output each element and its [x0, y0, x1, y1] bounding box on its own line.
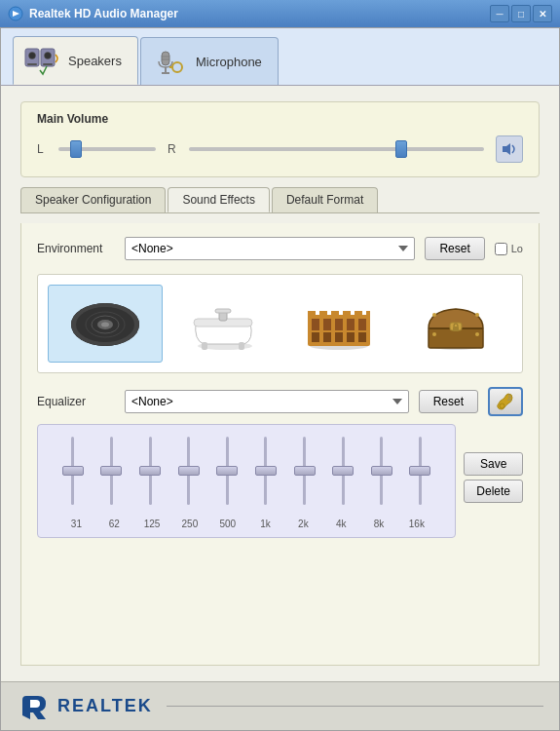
main-window: Speakers	[0, 27, 560, 731]
eq-slider-4k-track[interactable]	[342, 437, 345, 505]
svg-point-13	[172, 62, 182, 72]
maximize-button[interactable]: □	[511, 5, 531, 22]
freq-label-125: 125	[134, 519, 169, 529]
svg-point-55	[432, 313, 436, 317]
env-image-bathtub[interactable]	[167, 285, 280, 363]
tab-microphone[interactable]: Microphone	[140, 37, 279, 85]
tab-default-format[interactable]: Default Format	[272, 187, 378, 212]
left-volume-thumb[interactable]	[70, 140, 82, 158]
svg-rect-7	[43, 63, 53, 65]
svg-rect-40	[347, 332, 355, 342]
svg-rect-37	[312, 332, 319, 342]
eq-slider-2k-track[interactable]	[303, 437, 306, 505]
eq-slider-125-thumb[interactable]	[139, 466, 161, 476]
content-area: Main Volume L R	[1, 86, 559, 681]
freq-label-1k: 1k	[248, 519, 283, 529]
tab-speakers-label: Speakers	[68, 54, 122, 68]
eq-slider-500-thumb[interactable]	[216, 466, 238, 476]
eq-slider-8k-track[interactable]	[380, 437, 383, 505]
title-text: Realtek HD Audio Manager	[29, 7, 178, 20]
eq-delete-button[interactable]: Delete	[464, 480, 523, 503]
svg-marker-15	[503, 143, 510, 155]
right-volume-slider[interactable]	[189, 147, 484, 151]
eq-slider-1k-thumb[interactable]	[255, 466, 277, 476]
eq-slider-62-thumb[interactable]	[100, 466, 122, 476]
eq-slider-250-track[interactable]	[187, 437, 190, 505]
eq-slider-4k-thumb[interactable]	[332, 466, 354, 476]
eq-sliders-area: 31 62 125 250 500 1k 2k 4k 8k 16k	[37, 424, 456, 538]
eq-band-4k	[325, 437, 360, 515]
volume-slider-row: L R	[37, 135, 523, 163]
eq-slider-8k-thumb[interactable]	[371, 466, 392, 476]
svg-rect-36	[358, 319, 366, 330]
environment-select[interactable]: <None> Room Bathroom Concert Hall Cave A…	[125, 237, 415, 260]
realtek-text: REALTEK	[57, 696, 153, 716]
env-image-colosseum[interactable]	[283, 285, 396, 363]
svg-rect-38	[323, 332, 331, 342]
svg-point-53	[432, 332, 436, 336]
svg-rect-28	[202, 342, 207, 350]
close-button[interactable]: ✕	[533, 5, 552, 22]
svg-rect-45	[343, 311, 351, 317]
svg-rect-33	[323, 319, 331, 330]
lock-checkbox-area: Lo	[495, 243, 523, 255]
eq-slider-500-track[interactable]	[226, 437, 229, 505]
equalizer-label: Equalizer	[37, 395, 115, 408]
eq-action-buttons: Save Delete	[464, 452, 523, 511]
svg-rect-29	[239, 342, 244, 350]
eq-slider-16k-thumb[interactable]	[409, 466, 430, 476]
eq-slider-62-track[interactable]	[110, 437, 113, 505]
equalizer-select[interactable]: <None> Pop Rock Jazz Classical	[125, 390, 409, 413]
tab-sound-effects[interactable]: Sound Effects	[168, 187, 270, 212]
svg-rect-52	[453, 327, 459, 331]
svg-rect-46	[355, 311, 362, 317]
eq-slider-1k-track[interactable]	[264, 437, 267, 505]
eq-band-1k	[248, 437, 283, 515]
sub-tabs: Speaker Configuration Sound Effects Defa…	[20, 187, 540, 213]
env-image-chest[interactable]	[399, 285, 512, 363]
eq-slider-2k-thumb[interactable]	[294, 466, 316, 476]
minimize-button[interactable]: ─	[490, 5, 509, 22]
left-channel-label: L	[37, 142, 47, 156]
equalizer-reset-button[interactable]: Reset	[419, 390, 478, 413]
svg-rect-39	[335, 332, 343, 342]
svg-rect-34	[335, 319, 343, 330]
svg-rect-41	[358, 332, 366, 342]
eq-sliders-main: 31 62 125 250 500 1k 2k 4k 8k 16k	[37, 424, 456, 538]
bottom-bar: REALTEK	[1, 681, 559, 730]
eq-slider-250-thumb[interactable]	[178, 466, 200, 476]
freq-label-4k: 4k	[323, 519, 358, 529]
environment-images	[37, 274, 523, 373]
environment-reset-button[interactable]: Reset	[425, 237, 484, 260]
lock-label: Lo	[511, 243, 523, 254]
freq-label-8k: 8k	[361, 519, 396, 529]
right-channel-label: R	[168, 142, 177, 156]
svg-point-3	[29, 53, 36, 59]
freq-label-500: 500	[210, 519, 245, 529]
tab-microphone-label: Microphone	[196, 55, 262, 69]
svg-rect-27	[215, 309, 231, 313]
equalizer-header: Equalizer <None> Pop Rock Jazz Classical…	[37, 387, 523, 416]
eq-slider-16k-track[interactable]	[419, 437, 422, 505]
eq-slider-31-thumb[interactable]	[62, 466, 84, 476]
right-volume-thumb[interactable]	[395, 140, 407, 158]
svg-point-56	[475, 313, 479, 317]
eq-band-2k	[287, 437, 322, 515]
tab-speakers[interactable]: Speakers	[13, 36, 138, 85]
eq-slider-31-track[interactable]	[71, 437, 74, 505]
lock-checkbox[interactable]	[495, 243, 507, 255]
eq-slider-125-track[interactable]	[149, 437, 152, 505]
env-image-disc[interactable]	[48, 285, 163, 363]
svg-rect-47	[366, 311, 370, 317]
guitar-button[interactable]	[488, 387, 523, 416]
eq-band-62	[93, 437, 129, 515]
svg-point-54	[475, 332, 479, 336]
title-bar: Realtek HD Audio Manager ─ □ ✕	[0, 0, 560, 27]
left-volume-slider[interactable]	[58, 147, 156, 151]
svg-rect-42	[308, 311, 316, 317]
speakers-icon	[23, 43, 62, 78]
tab-speaker-configuration[interactable]: Speaker Configuration	[20, 187, 166, 212]
volume-icon-button[interactable]	[496, 135, 523, 163]
svg-rect-35	[347, 319, 355, 330]
eq-save-button[interactable]: Save	[464, 452, 523, 476]
